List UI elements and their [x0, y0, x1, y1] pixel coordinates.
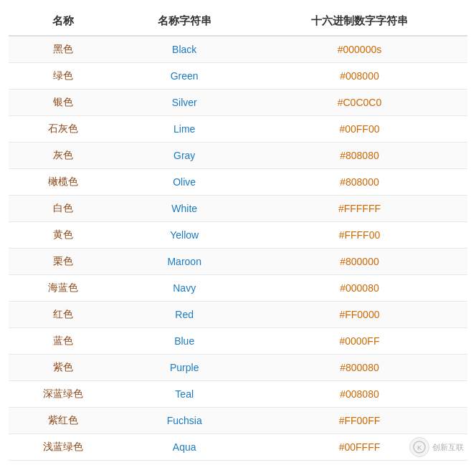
table-row: 栗色Maroon#800000 [9, 249, 467, 275]
header-name-str: 名称字符串 [117, 7, 251, 36]
cell-hex: #800080 [252, 355, 467, 381]
header-name: 名称 [9, 7, 117, 36]
cell-name-str: Teal [117, 381, 251, 408]
cell-name: 橄榄色 [9, 169, 117, 196]
table-row: 浅蓝绿色Aqua#00FFFF [9, 434, 467, 461]
cell-name: 白色 [9, 196, 117, 222]
cell-name-str: Black [117, 36, 251, 63]
cell-name-str: Blue [117, 328, 251, 355]
cell-hex: #00FF00 [252, 116, 467, 143]
table-container: 名称 名称字符串 十六进制数字字符串 黑色Black#000000s绿色Gree… [9, 7, 467, 461]
cell-name-str: Red [117, 302, 251, 328]
cell-name-str: Lime [117, 116, 251, 143]
cell-name-str: Maroon [117, 249, 251, 275]
cell-hex: #FFFFFF [252, 196, 467, 222]
cell-name-str: Gray [117, 143, 251, 169]
cell-name: 绿色 [9, 63, 117, 90]
table-row: 灰色Gray#808080 [9, 143, 467, 169]
watermark-svg: K [413, 441, 426, 454]
cell-name: 黑色 [9, 36, 117, 63]
cell-name: 石灰色 [9, 116, 117, 143]
table-row: 深蓝绿色Teal#008080 [9, 381, 467, 408]
cell-hex: #808000 [252, 169, 467, 196]
cell-name: 黄色 [9, 222, 117, 249]
cell-hex: #808080 [252, 143, 467, 169]
cell-hex: #008080 [252, 381, 467, 408]
header-hex: 十六进制数字字符串 [252, 7, 467, 36]
table-header-row: 名称 名称字符串 十六进制数字字符串 [9, 7, 467, 36]
cell-hex: #FF0000 [252, 302, 467, 328]
watermark-icon: K [409, 437, 429, 457]
cell-name: 紫色 [9, 355, 117, 381]
cell-name: 深蓝绿色 [9, 381, 117, 408]
cell-name-str: Green [117, 63, 251, 90]
cell-hex: #FF00FF [252, 408, 467, 434]
cell-name-str: Yellow [117, 222, 251, 249]
cell-hex: #0000FF [252, 328, 467, 355]
cell-name: 银色 [9, 90, 117, 116]
table-row: 白色White#FFFFFF [9, 196, 467, 222]
table-row: 橄榄色Olive#808000 [9, 169, 467, 196]
cell-hex: #000000s [252, 36, 467, 63]
cell-hex: #C0C0C0 [252, 90, 467, 116]
cell-name-str: Olive [117, 169, 251, 196]
cell-name: 栗色 [9, 249, 117, 275]
table-row: 紫红色Fuchsia#FF00FF [9, 408, 467, 434]
table-row: 黑色Black#000000s [9, 36, 467, 63]
cell-name: 浅蓝绿色 [9, 434, 117, 461]
cell-name-str: White [117, 196, 251, 222]
table-row: 黄色Yellow#FFFF00 [9, 222, 467, 249]
cell-name: 红色 [9, 302, 117, 328]
cell-name-str: Purple [117, 355, 251, 381]
cell-hex: #008000 [252, 63, 467, 90]
table-row: 绿色Green#008000 [9, 63, 467, 90]
table-row: 紫色Purple#800080 [9, 355, 467, 381]
cell-name: 海蓝色 [9, 275, 117, 302]
cell-hex: #000080 [252, 275, 467, 302]
cell-name: 蓝色 [9, 328, 117, 355]
table-body: 黑色Black#000000s绿色Green#008000银色Silver#C0… [9, 36, 467, 461]
cell-name-str: Fuchsia [117, 408, 251, 434]
table-row: 石灰色Lime#00FF00 [9, 116, 467, 143]
color-table: 名称 名称字符串 十六进制数字字符串 黑色Black#000000s绿色Gree… [9, 7, 467, 461]
cell-name-str: Navy [117, 275, 251, 302]
cell-name-str: Silver [117, 90, 251, 116]
cell-name: 灰色 [9, 143, 117, 169]
svg-text:K: K [417, 444, 422, 451]
table-row: 红色Red#FF0000 [9, 302, 467, 328]
table-row: 银色Silver#C0C0C0 [9, 90, 467, 116]
cell-hex: #FFFF00 [252, 222, 467, 249]
table-row: 海蓝色Navy#000080 [9, 275, 467, 302]
watermark-label: 创新互联 [432, 442, 464, 453]
cell-name: 紫红色 [9, 408, 117, 434]
table-row: 蓝色Blue#0000FF [9, 328, 467, 355]
cell-name-str: Aqua [117, 434, 251, 461]
cell-hex: #800000 [252, 249, 467, 275]
watermark: K 创新互联 [409, 437, 464, 457]
